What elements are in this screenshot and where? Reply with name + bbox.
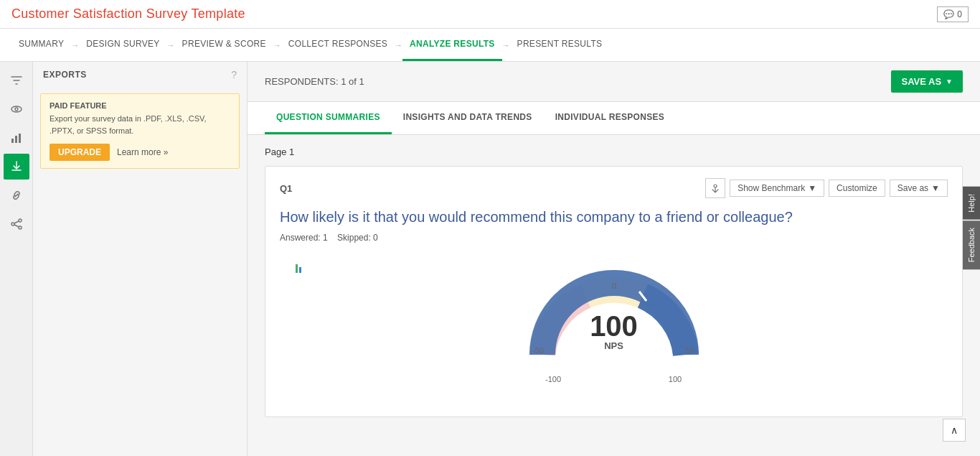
q1-actions: Show Benchmark ▼ Customize Save as ▼: [705, 178, 948, 198]
sidebar-filter-btn[interactable]: [4, 68, 29, 93]
sidebar-download-btn[interactable]: [4, 154, 29, 180]
sidebar-panel: EXPORTS ? PAID FEATURE Export your surve…: [33, 62, 247, 456]
top-right: 💬 0: [937, 6, 969, 22]
nps-score: 100 NPS: [590, 312, 638, 351]
scroll-up-button[interactable]: ∧: [943, 419, 966, 442]
nav-arrow-2: →: [167, 41, 175, 50]
nav-arrow-4: →: [395, 41, 402, 50]
q1-anchor-icon[interactable]: [705, 178, 725, 198]
svg-rect-8: [296, 264, 298, 273]
sidebar-title: EXPORTS: [43, 70, 87, 80]
nav-bar: SUMMARY → DESIGN SURVEY → PREVIEW & SCOR…: [0, 29, 980, 62]
nav-collect-label: COLLECT RESPONSES: [288, 39, 387, 49]
nav-item-present[interactable]: PRESENT RESULTS: [510, 29, 610, 61]
svg-text:0: 0: [611, 281, 616, 290]
upgrade-button[interactable]: UPGRADE: [50, 144, 110, 161]
nav-item-design[interactable]: DESIGN SURVEY: [79, 29, 166, 61]
benchmark-caret: ▼: [808, 183, 816, 193]
svg-point-6: [11, 223, 14, 225]
nav-arrow-5: →: [502, 41, 510, 50]
q1-save-caret: ▼: [931, 183, 940, 193]
svg-text:-50: -50: [532, 346, 544, 355]
paid-feature-label: PAID FEATURE: [50, 101, 230, 110]
nav-arrow-1: →: [71, 41, 79, 50]
feedback-tab[interactable]: Feedback: [963, 220, 980, 269]
q1-header: Q1 Show Benchmark ▼ Customize: [280, 178, 948, 198]
sidebar-inner: EXPORTS ? PAID FEATURE Export your surve…: [0, 62, 247, 456]
nav-item-collect[interactable]: COLLECT RESPONSES: [281, 29, 395, 61]
svg-rect-9: [299, 267, 301, 273]
skipped-count: Skipped: 0: [337, 233, 378, 243]
scroll-up-icon: ∧: [951, 424, 958, 436]
paid-actions: UPGRADE Learn more »: [50, 144, 230, 161]
nav-arrow-3: →: [273, 41, 281, 50]
content-tabs: QUESTION SUMMARIES INSIGHTS AND DATA TRE…: [248, 102, 980, 135]
svg-rect-4: [19, 134, 21, 143]
learn-more-link[interactable]: Learn more »: [117, 147, 168, 157]
customize-button[interactable]: Customize: [829, 180, 885, 197]
nps-gauge: 0 -50 50 -100 100 100 NPS: [528, 261, 700, 398]
app-title: Customer Satisfaction Survey Template: [11, 6, 245, 22]
svg-point-5: [19, 219, 22, 222]
analyze-header: RESPONDENTS: 1 of 1 SAVE AS ▼: [248, 62, 980, 102]
nav-summary-label: SUMMARY: [19, 39, 64, 49]
chat-button[interactable]: 💬 0: [937, 6, 969, 22]
save-as-label: SAVE AS: [901, 76, 941, 87]
tab-individual[interactable]: INDIVIDUAL RESPONSES: [544, 102, 676, 134]
nav-item-analyze[interactable]: ANALYZE RESULTS: [402, 29, 502, 61]
svg-rect-3: [15, 136, 17, 143]
show-benchmark-button[interactable]: Show Benchmark ▼: [730, 180, 824, 197]
chat-count: 0: [957, 9, 962, 19]
sidebar-header: EXPORTS ?: [33, 62, 247, 88]
nav-item-preview[interactable]: PREVIEW & SCORE: [175, 29, 273, 61]
svg-text:-100: -100: [545, 375, 560, 383]
paid-feature-desc: Export your survey data in .PDF, .XLS, .…: [50, 113, 230, 136]
nav-analyze-label: ANALYZE RESULTS: [410, 39, 495, 49]
q1-card: Q1 Show Benchmark ▼ Customize: [265, 166, 963, 417]
tab-question-summaries[interactable]: QUESTION SUMMARIES: [265, 102, 392, 134]
sidebar-help-icon[interactable]: ?: [231, 69, 237, 80]
nav-preview-label: PREVIEW & SCORE: [182, 39, 266, 49]
sidebar-share-btn[interactable]: [4, 211, 29, 237]
help-tab[interactable]: Help!: [963, 187, 980, 220]
sidebar: EXPORTS ? PAID FEATURE Export your surve…: [0, 62, 248, 456]
top-bar: Customer Satisfaction Survey Template 💬 …: [0, 0, 980, 29]
nav-design-label: DESIGN SURVEY: [86, 39, 159, 49]
question-text: How likely is it that you would recommen…: [280, 207, 948, 227]
nps-number: 100: [590, 312, 638, 340]
chat-icon: 💬: [943, 9, 954, 19]
content-area: RESPONDENTS: 1 of 1 SAVE AS ▼ QUESTION S…: [248, 62, 980, 456]
nps-label: NPS: [590, 340, 638, 351]
paid-feature-box: PAID FEATURE Export your survey data in …: [40, 93, 240, 169]
sidebar-link-btn[interactable]: [4, 182, 29, 208]
save-as-button[interactable]: SAVE AS ▼: [891, 70, 963, 93]
sidebar-chart-btn[interactable]: [4, 125, 29, 151]
tab-insights[interactable]: INSIGHTS AND DATA TRENDS: [392, 102, 544, 134]
nav-item-summary[interactable]: SUMMARY: [11, 29, 71, 61]
nps-chart-container: 0 -50 50 -100 100 100 NPS: [280, 254, 948, 405]
svg-text:100: 100: [668, 375, 681, 383]
save-as-caret: ▼: [946, 78, 953, 85]
svg-point-7: [19, 226, 22, 229]
right-tabs: Help! Feedback: [963, 187, 980, 270]
chart-type-icon[interactable]: [294, 261, 308, 278]
answered-count: Answered: 1: [280, 233, 328, 243]
q1-label: Q1: [280, 183, 292, 194]
respondents-text: RESPONDENTS: 1 of 1: [265, 76, 364, 87]
nav-present-label: PRESENT RESULTS: [517, 39, 603, 49]
survey-content: Page 1 Q1 Show Benchmark ▼: [248, 135, 980, 429]
svg-rect-2: [11, 139, 14, 143]
q1-save-as-button[interactable]: Save as ▼: [890, 180, 948, 197]
page-label: Page 1: [265, 146, 963, 157]
sidebar-eye-btn[interactable]: [4, 96, 29, 122]
svg-text:50: 50: [685, 346, 694, 355]
answered-skipped: Answered: 1 Skipped: 0: [280, 233, 948, 243]
svg-point-0: [11, 106, 22, 112]
main-layout: EXPORTS ? PAID FEATURE Export your surve…: [0, 62, 980, 456]
svg-point-1: [15, 108, 18, 111]
sidebar-icons: [0, 62, 33, 456]
